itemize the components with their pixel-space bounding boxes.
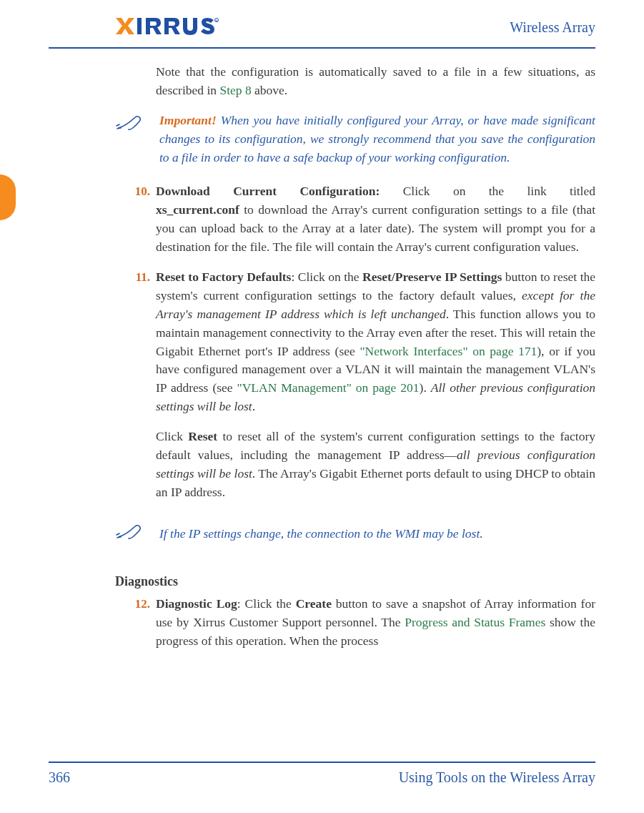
brand-logo: R [114,16,220,37]
progress-status-frames-link[interactable]: Progress and Status Frames [405,615,545,629]
page-container: R Wireless Array Note that the configura… [0,0,644,813]
important-label: Important! [159,113,217,127]
page-header: R Wireless Array [49,17,595,49]
item-11-p1e: . [252,399,255,413]
reset-button-label: Reset [188,429,217,443]
footer-section-title: Using Tools on the Wireless Array [399,767,595,789]
list-item-10: 10. Download Current Configuration: Clic… [156,182,595,257]
item-11-title: Reset to Factory Defaults [156,270,291,284]
hand-writing-icon [115,521,142,541]
important-note-block: Important! When you have initially confi… [115,112,595,167]
item-11-p2: Click Reset to reset all of the system's… [156,428,595,502]
item-12-body: Diagnostic Log: Click the Create button … [156,595,595,651]
diagnostics-heading: Diagnostics [115,572,595,591]
vlan-management-link[interactable]: "VLAN Management" on page 201 [237,380,420,395]
important-note-body: When you have initially configured your … [159,113,595,164]
header-title: Wireless Array [510,17,595,39]
item-number-10: 10. [129,182,150,200]
hand-writing-icon [115,112,142,132]
item-12-after-title: : Click the [237,596,296,611]
intro-paragraph: Note that the configuration is automatic… [156,63,595,100]
intro-text-after: above. [252,83,288,97]
list-item-12: 12. Diagnostic Log: Click the Create but… [156,595,595,651]
item-10-after-title: Click on the link titled [380,184,595,198]
step-8-link[interactable]: Step 8 [219,83,251,97]
item-number-12: 12. [129,595,150,613]
item-11-p1d: ). [420,380,431,395]
svg-rect-0 [137,18,142,34]
svg-text:R: R [216,19,218,23]
config-filename: xs_current.conf [156,202,239,217]
network-interfaces-link[interactable]: "Network Interfaces" on page 171 [360,344,537,358]
item-10-title: Download Current Configuration: [156,184,380,198]
important-note-text: Important! When you have initially confi… [159,112,595,167]
ip-note-text: If the IP settings change, the connectio… [159,521,595,543]
create-button-label: Create [296,596,332,611]
item-11-after-title: : Click on the [291,270,362,284]
page-number: 366 [49,767,70,789]
item-12-title: Diagnostic Log [156,596,237,611]
list-item-11: 11. Reset to Factory Defaults: Click on … [156,268,595,502]
item-10-body: Download Current Configuration: Click on… [156,182,595,257]
item-11-body: Reset to Factory Defaults: Click on the … [156,268,595,502]
ip-note-block: If the IP settings change, the connectio… [115,521,595,543]
page-footer: 366 Using Tools on the Wireless Array [49,762,595,789]
item-number-11: 11. [129,268,150,286]
item-11-p2a: Click [156,429,188,443]
content-area: Note that the configuration is automatic… [49,49,595,651]
reset-preserve-button-label: Reset/Preserve IP Settings [362,270,502,284]
item-11-p1: Reset to Factory Defaults: Click on the … [156,268,595,416]
